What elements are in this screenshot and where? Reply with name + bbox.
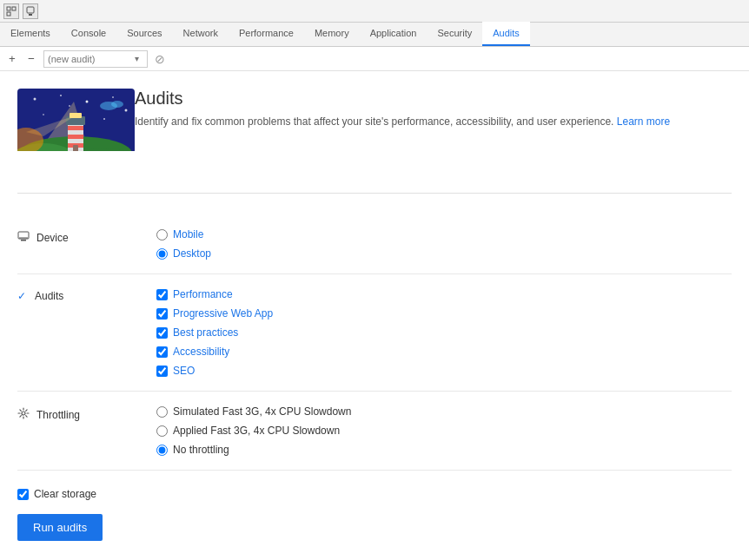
tab-application[interactable]: Application <box>360 22 428 46</box>
throttling-applied-option: Applied Fast 3G, 4x CPU Slowdown <box>156 425 351 437</box>
toolbar-row: + − ▾ ⊘ <box>0 47 749 71</box>
svg-point-9 <box>112 96 114 98</box>
run-audits-button[interactable]: Run audits <box>17 514 103 541</box>
audits-controls: Performance Progressive Web App Best pra… <box>156 288 273 377</box>
throttling-applied-radio[interactable] <box>156 425 168 437</box>
svg-rect-4 <box>29 14 32 16</box>
svg-rect-29 <box>17 151 135 175</box>
tab-performance[interactable]: Performance <box>229 22 304 46</box>
throttling-simulated-label[interactable]: Simulated Fast 3G, 4x CPU Slowdown <box>173 405 351 418</box>
audit-seo-checkbox[interactable] <box>156 366 168 377</box>
tab-security[interactable]: Security <box>427 22 482 46</box>
device-icon <box>17 230 30 245</box>
device-label-text: Device <box>36 232 69 244</box>
svg-point-8 <box>86 101 89 103</box>
audit-name-input[interactable] <box>48 54 135 64</box>
audit-pwa-label[interactable]: Progressive Web App <box>173 307 273 320</box>
page-title: Audits <box>135 89 670 109</box>
tab-audits[interactable]: Audits <box>482 22 530 46</box>
audit-performance-checkbox[interactable] <box>156 289 168 300</box>
main-content: Audits Identify and fix common problems … <box>0 71 749 560</box>
svg-point-12 <box>103 118 105 120</box>
svg-rect-2 <box>7 12 10 16</box>
header-section: Audits Identify and fix common problems … <box>17 89 732 194</box>
svg-point-33 <box>22 412 25 415</box>
audit-seo-label[interactable]: SEO <box>173 365 195 377</box>
header-text: Audits Identify and fix common problems … <box>135 89 670 129</box>
devtools-topbar <box>0 0 749 23</box>
run-section: Clear storage Run audits <box>17 471 732 558</box>
audit-bestpractices-label[interactable]: Best practices <box>173 326 238 339</box>
tab-sources[interactable]: Sources <box>116 22 172 46</box>
throttling-controls: Simulated Fast 3G, 4x CPU Slowdown Appli… <box>156 405 351 456</box>
checkmark-icon: ✓ <box>17 290 26 302</box>
device-controls: Mobile Desktop <box>156 228 211 260</box>
tab-network[interactable]: Network <box>173 22 229 46</box>
audit-performance-option: Performance <box>156 288 273 300</box>
learn-more-link[interactable]: Learn more <box>617 115 670 128</box>
svg-rect-1 <box>12 7 16 10</box>
clear-storage-label[interactable]: Clear storage <box>34 488 96 500</box>
lighthouse-illustration <box>17 89 135 175</box>
device-desktop-label[interactable]: Desktop <box>173 247 211 260</box>
audits-label-text: Audits <box>35 290 63 302</box>
throttling-none-label[interactable]: No throttling <box>173 444 229 456</box>
svg-rect-3 <box>27 7 34 13</box>
throttling-applied-label[interactable]: Applied Fast 3G, 4x CPU Slowdown <box>173 425 340 437</box>
svg-rect-20 <box>68 135 83 139</box>
audits-row: ✓ Audits Performance Progressive Web App… <box>17 274 732 392</box>
audit-accessibility-label[interactable]: Accessibility <box>173 346 229 358</box>
throttling-row: Throttling Simulated Fast 3G, 4x CPU Slo… <box>17 392 732 471</box>
audit-pwa-option: Progressive Web App <box>156 307 273 320</box>
audit-pwa-checkbox[interactable] <box>156 308 168 320</box>
svg-point-7 <box>60 95 62 96</box>
svg-point-10 <box>125 109 128 112</box>
remove-audit-btn[interactable]: − <box>24 52 38 66</box>
clear-storage-option: Clear storage <box>17 488 732 500</box>
device-row: Device Mobile Desktop <box>17 214 732 274</box>
audit-accessibility-option: Accessibility <box>156 346 273 358</box>
audit-bestpractices-option: Best practices <box>156 326 273 339</box>
audits-label: ✓ Audits <box>17 288 156 302</box>
svg-point-27 <box>111 101 123 108</box>
audit-cancel-btn[interactable]: ⊘ <box>153 52 167 66</box>
tabs-bar: Elements Console Sources Network Perform… <box>0 23 749 47</box>
inspect-element-btn[interactable] <box>3 3 19 19</box>
device-desktop-radio[interactable] <box>156 248 168 260</box>
audit-performance-label[interactable]: Performance <box>173 288 233 300</box>
device-mobile-radio[interactable] <box>156 229 168 240</box>
throttling-simulated-radio[interactable] <box>156 406 168 418</box>
throttling-none-radio[interactable] <box>156 445 168 456</box>
audit-name-wrapper: ▾ <box>43 50 148 68</box>
device-label: Device <box>17 228 156 245</box>
audit-accessibility-checkbox[interactable] <box>156 346 168 358</box>
throttling-simulated-option: Simulated Fast 3G, 4x CPU Slowdown <box>156 405 351 418</box>
tab-memory[interactable]: Memory <box>304 22 360 46</box>
settings-section: Device Mobile Desktop ✓ Audits <box>17 214 732 558</box>
gear-icon <box>17 407 30 422</box>
tab-console[interactable]: Console <box>61 22 116 46</box>
tab-elements[interactable]: Elements <box>0 22 61 46</box>
header-description: Identify and fix common problems that af… <box>135 114 670 129</box>
device-mobile-label[interactable]: Mobile <box>173 228 203 240</box>
throttling-label: Throttling <box>17 405 156 422</box>
device-mobile-option: Mobile <box>156 228 211 240</box>
svg-point-6 <box>34 98 36 101</box>
devtools-icon-group <box>3 3 38 19</box>
throttling-label-text: Throttling <box>36 409 80 421</box>
svg-rect-31 <box>21 240 26 241</box>
svg-point-13 <box>69 105 70 107</box>
add-audit-btn[interactable]: + <box>5 52 19 66</box>
device-toggle-btn[interactable] <box>23 3 38 19</box>
svg-rect-19 <box>68 126 83 130</box>
audit-dropdown-btn[interactable]: ▾ <box>135 54 139 63</box>
svg-point-11 <box>43 114 44 115</box>
audit-seo-option: SEO <box>156 365 273 377</box>
throttling-none-option: No throttling <box>156 444 351 456</box>
clear-storage-checkbox[interactable] <box>17 489 29 500</box>
audit-bestpractices-checkbox[interactable] <box>156 327 168 339</box>
device-desktop-option: Desktop <box>156 247 211 260</box>
svg-rect-0 <box>7 7 10 10</box>
